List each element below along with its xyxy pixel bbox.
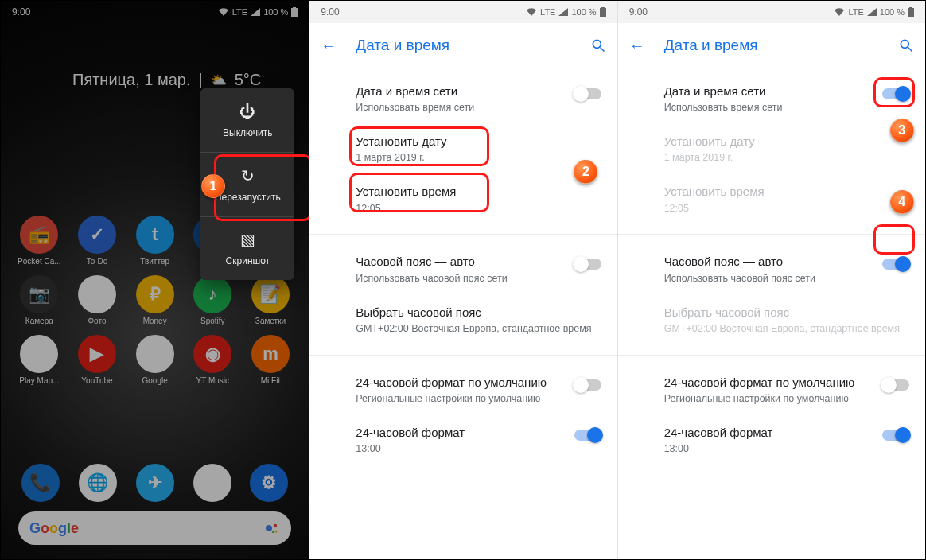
row-subtitle: Использовать часовой пояс сети (664, 272, 873, 286)
wifi-icon (526, 8, 537, 16)
battery-icon (908, 7, 914, 17)
restart-label: Перезапустить (215, 192, 281, 203)
svg-rect-6 (600, 8, 606, 17)
search-icon[interactable] (590, 37, 606, 53)
status-time: 9:00 (321, 6, 339, 18)
status-time: 9:00 (629, 6, 648, 18)
row-subtitle: Региональные настройки по умолчанию (356, 392, 564, 406)
switch-24h-default[interactable] (882, 379, 909, 391)
status-bar: 9:00 LTE 100 % (309, 1, 617, 23)
badge-1: 1 (201, 174, 225, 198)
svg-rect-7 (601, 7, 605, 8)
svg-line-9 (600, 48, 604, 52)
row-subtitle: 1 марта 2019 г. (664, 151, 900, 165)
battery-icon (600, 7, 606, 17)
network-label: LTE (848, 7, 863, 17)
wifi-icon (834, 8, 845, 16)
power-off-item[interactable]: ⏻ Выключить (200, 88, 294, 152)
switch-network-time[interactable] (882, 88, 909, 99)
badge-3: 3 (890, 119, 914, 142)
settings-header: ← Дата и время (309, 23, 617, 68)
row-title: Часовой пояс — авто (664, 254, 873, 270)
row-title: Дата и время сети (664, 84, 873, 99)
row-subtitle: GMT+02:00 Восточная Европа, стандартное … (664, 322, 900, 336)
status-bar: 9:00 LTE 100 % (618, 1, 925, 23)
screenshot-item[interactable]: ▧ Скриншот (200, 216, 294, 280)
dim-overlay (1, 1, 309, 559)
row-subtitle: 13:00 (664, 442, 873, 456)
row-timezone-auto[interactable]: Часовой пояс — автоИспользовать часовой … (618, 244, 925, 294)
phone-settings-before: 9:00 LTE 100 % ← Дата и время Дата и вре… (309, 1, 617, 559)
switch-24h-format[interactable] (574, 430, 601, 441)
row-24h-format[interactable]: 24-часовой формат13:00 (309, 415, 617, 465)
svg-rect-10 (908, 8, 914, 17)
row-title: 24-часовой формат по умолчанию (356, 375, 564, 391)
row-subtitle: 12:05 (664, 202, 900, 216)
svg-rect-11 (909, 7, 912, 8)
battery-label: 100 % (571, 7, 596, 17)
row-title: Установить дату (356, 134, 591, 150)
phone-home-screen: 9:00 LTE 100 % Пятница, 1 мар. (1, 1, 309, 559)
signal-icon (558, 8, 568, 16)
row-timezone-auto[interactable]: Часовой пояс — автоИспользовать часовой … (309, 244, 617, 294)
row-set-time[interactable]: Установить время12:05 (309, 174, 617, 224)
page-title: Дата и время (664, 37, 879, 54)
row-title: 24-часовой формат (356, 425, 564, 441)
row-title: Установить время (356, 184, 591, 200)
phone-settings-after: 9:00 LTE 100 % ← Дата и время Дата и вре… (617, 1, 925, 559)
row-subtitle: Региональные настройки по умолчанию (664, 392, 873, 406)
switch-timezone-auto[interactable] (574, 259, 601, 270)
badge-4: 4 (890, 190, 914, 214)
row-pick-timezone: Выбрать часовой поясGMT+02:00 Восточная … (618, 295, 925, 345)
row-24h-format[interactable]: 24-часовой формат13:00 (618, 415, 925, 465)
row-subtitle: 12:05 (356, 202, 591, 216)
row-set-date: Установить дату1 марта 2019 г. (618, 124, 925, 174)
row-network-time[interactable]: Дата и время сетиИспользовать время сети (309, 74, 617, 124)
back-button[interactable]: ← (321, 37, 337, 55)
svg-point-12 (901, 40, 908, 48)
row-network-time[interactable]: Дата и время сетиИспользовать время сети (618, 74, 925, 124)
restart-icon: ↻ (241, 166, 255, 185)
row-subtitle: Использовать часовой пояс сети (356, 272, 564, 286)
switch-network-time[interactable] (574, 88, 601, 99)
battery-label: 100 % (880, 7, 905, 17)
row-title: 24-часовой формат по умолчанию (664, 375, 873, 391)
row-subtitle: Использовать время сети (356, 101, 564, 115)
svg-point-8 (593, 40, 601, 48)
power-off-label: Выключить (223, 127, 272, 138)
svg-line-13 (908, 48, 912, 52)
row-title: Выбрать часовой пояс (356, 305, 591, 321)
row-24h-default[interactable]: 24-часовой формат по умолчаниюРегиональн… (618, 365, 925, 415)
row-set-time: Установить время12:05 (618, 174, 925, 224)
row-subtitle: 13:00 (356, 442, 564, 456)
settings-header: ← Дата и время (618, 23, 925, 68)
row-subtitle: GMT+02:00 Восточная Европа, стандартное … (356, 322, 591, 336)
row-subtitle: Использовать время сети (664, 101, 873, 115)
row-title: Часовой пояс — авто (356, 254, 564, 270)
power-icon: ⏻ (239, 103, 255, 121)
back-button[interactable]: ← (629, 37, 645, 55)
signal-icon (867, 8, 877, 16)
row-24h-default[interactable]: 24-часовой формат по умолчаниюРегиональн… (309, 365, 617, 415)
switch-24h-format[interactable] (882, 430, 909, 441)
screenshot-label: Скриншот (226, 255, 270, 266)
row-title: Установить дату (664, 134, 900, 150)
switch-24h-default[interactable] (574, 379, 601, 391)
row-title: 24-часовой формат (664, 425, 873, 441)
row-title: Выбрать часовой пояс (664, 305, 900, 321)
row-title: Установить время (664, 184, 900, 200)
page-title: Дата и время (356, 37, 570, 54)
row-title: Дата и время сети (356, 84, 564, 99)
row-pick-timezone[interactable]: Выбрать часовой поясGMT+02:00 Восточная … (309, 295, 617, 345)
search-icon[interactable] (898, 37, 914, 53)
screenshot-icon: ▧ (240, 230, 255, 249)
switch-timezone-auto[interactable] (882, 259, 909, 270)
network-label: LTE (540, 7, 555, 17)
row-subtitle: 1 марта 2019 г. (356, 151, 591, 165)
row-set-date[interactable]: Установить дату1 марта 2019 г. (309, 124, 617, 174)
